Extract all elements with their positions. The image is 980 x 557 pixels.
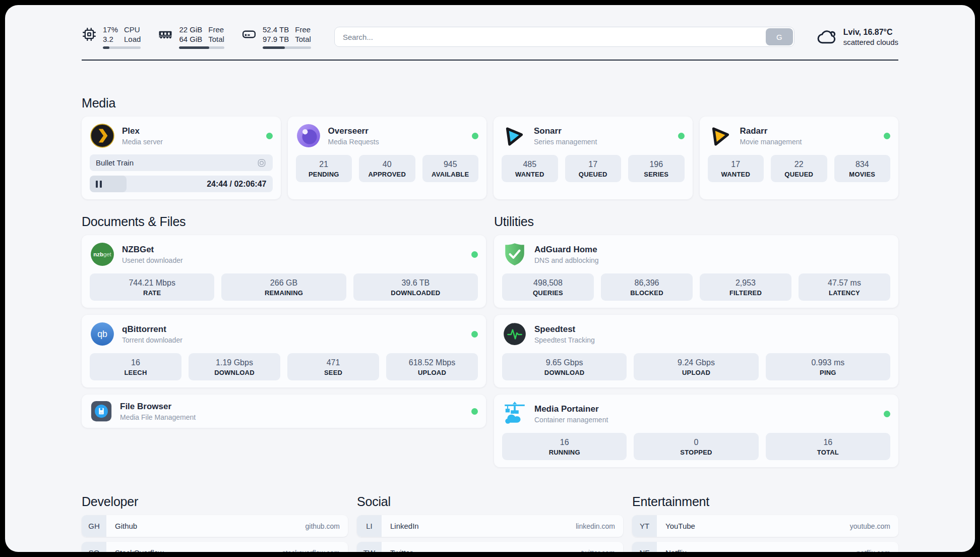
qbittorrent-icon: qb (90, 321, 115, 347)
link-twitter[interactable]: TW Twitter twitter.com (357, 542, 623, 552)
qbittorrent-card-header: qb qBittorrent Torrent downloader (90, 321, 478, 347)
header: 17% 3.2 CPU Load (82, 20, 898, 53)
cpu-load-avg: 3.2 (103, 34, 118, 44)
memory-values: 22 GiB 64 GiB (179, 25, 202, 44)
search-bar: G (334, 27, 794, 47)
documents-cards: nzbget NZBGet Usenet downloader 74 (82, 235, 486, 428)
playback-progress-fill (90, 176, 127, 192)
social-section-title: Social (357, 494, 623, 509)
radarr-card[interactable]: Radarr Movie management 17 WANTED 22 QUE… (700, 117, 899, 199)
cpu-icon (82, 27, 97, 42)
developer-section-title: Developer (82, 494, 348, 509)
portainer-card[interactable]: Media Portainer Container management 16 … (494, 395, 898, 467)
adguard-card[interactable]: AdGuard Home DNS and adblocking 498,508 … (494, 235, 898, 308)
app-subtitle: DNS and adblocking (534, 256, 599, 265)
dashboard-content: 17% 3.2 CPU Load (82, 5, 898, 552)
developer-section: Developer GH Github github.com SO StackO… (82, 494, 348, 552)
overseerr-card-header: Overseerr Media Requests (296, 123, 479, 148)
dashboard-window: 17% 3.2 CPU Load (5, 5, 975, 552)
disk-values: 52.4 TB 97.9 TB (263, 25, 289, 44)
speedtest-card[interactable]: Speedtest Speedtest Tracking 9.65 Gbps D… (494, 315, 898, 387)
stats-row: 9.65 Gbps DOWNLOAD 9.24 Gbps UPLOAD 0.99… (502, 353, 890, 380)
disk-stat-widget: 52.4 TB 97.9 TB Free Total (241, 25, 311, 49)
social-links: LI LinkedIn linkedin.com TW Twitter twit… (357, 515, 623, 552)
media-session-icon[interactable] (257, 158, 267, 168)
nzbget-card[interactable]: nzbget NZBGet Usenet downloader 74 (82, 235, 486, 308)
sonarr-card[interactable]: Sonarr Series management 485 WANTED 17 Q… (494, 117, 693, 199)
status-dot (471, 251, 478, 258)
memory-free: 22 GiB (179, 25, 202, 34)
plex-icon (90, 123, 115, 148)
filebrowser-icon (90, 400, 113, 423)
app-name: AdGuard Home (534, 244, 599, 255)
stat-blocked: 86,396 BLOCKED (601, 273, 693, 301)
playback-progress-bar[interactable]: 24:44 / 02:06:47 (90, 176, 273, 192)
status-dot (884, 411, 890, 417)
sonarr-card-header: Sonarr Series management (502, 123, 685, 148)
pause-button[interactable] (96, 181, 103, 188)
app-subtitle: Media File Management (120, 413, 196, 422)
qbittorrent-card[interactable]: qb qBittorrent Torrent downloader (82, 315, 486, 387)
stat-approved: 40 APPROVED (359, 155, 415, 182)
now-playing-row: Bullet Train (90, 154, 273, 171)
status-dot (266, 133, 273, 139)
cpu-stat-widget: 17% 3.2 CPU Load (82, 25, 141, 49)
app-name: Overseerr (328, 126, 379, 137)
stat-download: 9.65 Gbps DOWNLOAD (502, 353, 627, 380)
disk-free: 52.4 TB (263, 25, 289, 34)
stats-row: 498,508 QUERIES 86,396 BLOCKED 2,953 FIL… (502, 273, 890, 301)
link-url: stackoverflow.com (282, 549, 340, 552)
link-abbr: GH (82, 515, 106, 537)
memory-progress-fill (179, 46, 209, 49)
app-meta: File Browser Media File Management (120, 401, 196, 422)
overseerr-icon (296, 123, 321, 148)
app-meta: Plex Media server (122, 126, 163, 146)
entertainment-section: Entertainment YT YouTube youtube.com NF … (632, 494, 898, 552)
adguard-icon (502, 242, 527, 267)
entertainment-section-title: Entertainment (632, 494, 898, 509)
speedtest-icon (502, 321, 527, 347)
link-name: StackOverflow (115, 548, 164, 552)
app-meta: Overseerr Media Requests (328, 126, 379, 146)
plex-card-header: Plex Media server (90, 123, 273, 148)
app-name: NZBGet (122, 244, 183, 255)
app-meta: qBittorrent Torrent downloader (122, 324, 182, 345)
link-linkedin[interactable]: LI LinkedIn linkedin.com (357, 515, 623, 537)
stat-leech: 16 LEECH (90, 353, 181, 380)
stat-queries: 498,508 QUERIES (502, 273, 594, 301)
app-meta: Sonarr Series management (534, 126, 597, 146)
stats-row: 485 WANTED 17 QUEUED 196 SERIES (502, 155, 685, 182)
app-meta: Speedtest Speedtest Tracking (534, 324, 595, 345)
link-abbr: TW (357, 542, 382, 552)
svg-text:qb: qb (97, 329, 107, 339)
stat-filtered: 2,953 FILTERED (700, 273, 791, 301)
link-url: linkedin.com (576, 522, 615, 530)
link-netflix[interactable]: NF Netflix netflix.com (632, 542, 898, 552)
search-input[interactable] (334, 27, 794, 47)
documents-section-title: Documents & Files (82, 214, 486, 229)
app-name: qBittorrent (122, 324, 182, 335)
link-name: YouTube (665, 522, 695, 530)
filebrowser-card-header: File Browser Media File Management (90, 400, 478, 423)
status-dot (678, 133, 685, 139)
link-stackoverflow[interactable]: SO StackOverflow stackoverflow.com (82, 542, 348, 552)
app-name: Speedtest (534, 324, 595, 335)
overseerr-card[interactable]: Overseerr Media Requests 21 PENDING 40 A… (288, 117, 487, 199)
link-url: twitter.com (581, 549, 615, 552)
stats-row: 21 PENDING 40 APPROVED 945 AVAILABLE (296, 155, 479, 182)
cpu-labels: CPU Load (124, 25, 141, 44)
filebrowser-card[interactable]: File Browser Media File Management (82, 395, 486, 428)
cpu-values: 17% 3.2 (103, 25, 118, 44)
stats-row: 16 RUNNING 0 STOPPED 16 TOTAL (502, 433, 890, 460)
weather-condition: scattered clouds (843, 37, 898, 47)
radarr-icon (708, 123, 733, 148)
app-meta: AdGuard Home DNS and adblocking (534, 244, 599, 265)
link-github[interactable]: GH Github github.com (82, 515, 348, 537)
links-sections: Developer GH Github github.com SO StackO… (82, 494, 898, 552)
link-youtube[interactable]: YT YouTube youtube.com (632, 515, 898, 537)
plex-card[interactable]: Plex Media server Bullet Train (82, 117, 281, 199)
stats-row: 16 LEECH 1.19 Gbps DOWNLOAD 471 SEED (90, 353, 478, 380)
app-name: File Browser (120, 401, 196, 412)
stat-series: 196 SERIES (628, 155, 685, 182)
search-engine-button[interactable]: G (766, 28, 793, 45)
